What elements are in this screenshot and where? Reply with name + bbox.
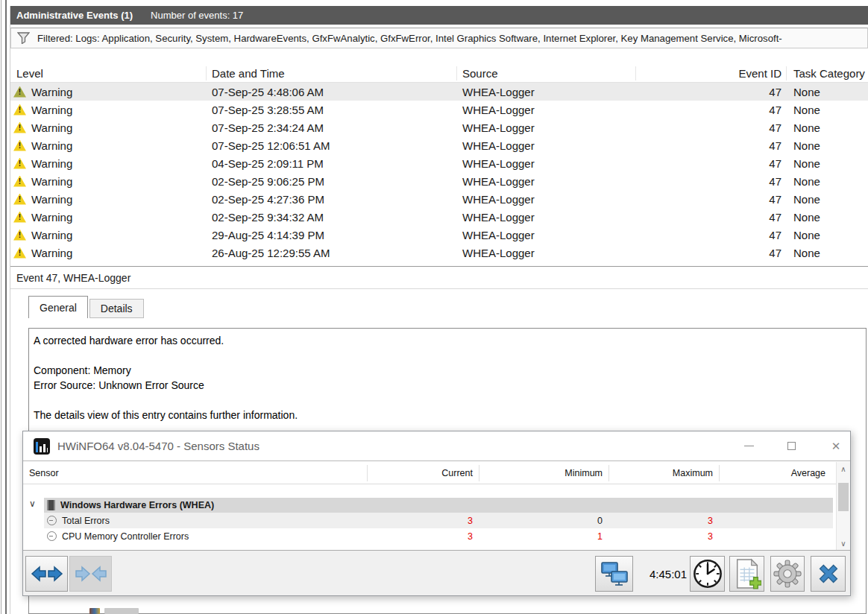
sensor-average xyxy=(719,528,831,544)
tab-general[interactable]: General xyxy=(28,296,88,318)
event-datetime: 07-Sep-25 4:48:06 AM xyxy=(206,86,456,98)
event-task-category: None xyxy=(784,104,868,116)
vertical-scrollbar[interactable]: ∧ ∨ xyxy=(836,462,850,550)
tab-details[interactable]: Details xyxy=(89,299,144,318)
minimize-button[interactable] xyxy=(736,431,761,460)
expand-all-button[interactable] xyxy=(25,556,68,592)
filter-bar: Filtered: Logs: Application, Security, S… xyxy=(10,28,868,48)
report-button[interactable] xyxy=(729,556,764,592)
event-source: WHEA-Logger xyxy=(456,247,623,259)
event-level: Warning xyxy=(31,86,72,98)
sensor-group-row[interactable]: ∨ Windows Hardware Errors (WHEA) xyxy=(23,498,836,513)
close-button[interactable]: ✕ xyxy=(823,431,849,460)
hwinfo-app-icon xyxy=(34,438,50,455)
event-source: WHEA-Logger xyxy=(456,175,623,188)
column-header-sensor[interactable]: Sensor xyxy=(29,462,59,484)
event-level: Warning xyxy=(31,139,72,152)
maximize-button[interactable] xyxy=(779,431,804,460)
column-header-average[interactable]: Average xyxy=(719,462,831,484)
sensor-row[interactable]: CPU Memory Controller Errors 3 1 3 xyxy=(23,528,836,544)
event-row[interactable]: Warning 26-Aug-25 12:29:55 AM WHEA-Logge… xyxy=(10,244,868,262)
event-task-category: None xyxy=(784,229,868,241)
tab-general-label: General xyxy=(40,302,77,314)
event-level: Warning xyxy=(31,211,72,224)
event-datetime: 04-Sep-25 2:09:11 PM xyxy=(206,157,456,170)
uptime-clock-value: 4:45:01 xyxy=(638,556,687,592)
column-header-task-category[interactable]: Task Category xyxy=(784,67,868,80)
chevron-down-icon[interactable]: ∨ xyxy=(29,499,36,509)
hwinfo-window-title: HWiNFO64 v8.04-5470 - Sensors Status xyxy=(57,440,260,452)
event-source: WHEA-Logger xyxy=(456,157,623,170)
expand-arrows-icon xyxy=(30,563,64,585)
column-header-event-id[interactable]: Event ID xyxy=(623,67,784,80)
warning-icon xyxy=(13,194,26,205)
tab-details-label: Details xyxy=(101,303,133,314)
event-source: WHEA-Logger xyxy=(456,86,623,98)
event-row[interactable]: Warning 07-Sep-25 2:34:24 AM WHEA-Logger… xyxy=(10,118,868,136)
column-header-level[interactable]: Level xyxy=(10,67,206,80)
event-row[interactable]: Warning 02-Sep-25 9:06:25 PM WHEA-Logger… xyxy=(10,172,868,190)
report-add-icon xyxy=(733,558,761,589)
sensor-gauge-icon xyxy=(47,516,57,525)
event-task-category: None xyxy=(784,175,868,188)
event-id: 47 xyxy=(623,157,784,170)
hwinfo-title-bar[interactable]: HWiNFO64 v8.04-5470 - Sensors Status ✕ xyxy=(23,431,850,461)
event-datetime: 02-Sep-25 4:27:36 PM xyxy=(206,193,456,206)
column-separator[interactable] xyxy=(456,66,457,80)
column-header-minimum[interactable]: Minimum xyxy=(479,462,608,484)
events-count: Number of events: 17 xyxy=(151,10,243,21)
event-level: Warning xyxy=(31,247,72,259)
event-source: WHEA-Logger xyxy=(456,121,623,134)
sensor-list: ∨ Windows Hardware Errors (WHEA) Total E… xyxy=(23,484,836,544)
column-separator[interactable] xyxy=(786,66,787,80)
column-separator[interactable] xyxy=(635,66,636,80)
scroll-up-icon[interactable]: ∧ xyxy=(837,462,850,475)
column-header-current[interactable]: Current xyxy=(367,462,479,484)
scroll-down-icon[interactable]: ∨ xyxy=(837,537,850,550)
remote-sensors-button[interactable] xyxy=(595,556,633,592)
column-separator[interactable] xyxy=(206,66,207,80)
event-task-category: None xyxy=(784,86,868,98)
event-id: 47 xyxy=(623,121,784,134)
event-level: Warning xyxy=(31,157,72,170)
column-header-datetime[interactable]: Date and Time xyxy=(206,67,456,80)
gear-icon xyxy=(773,560,802,588)
detail-tabs: General Details xyxy=(28,296,144,318)
event-id: 47 xyxy=(623,193,784,206)
event-row[interactable]: Warning 07-Sep-25 12:06:51 AM WHEA-Logge… xyxy=(10,136,868,154)
pane-divider-line xyxy=(1,0,1,614)
warning-icon xyxy=(13,212,26,223)
event-level: Warning xyxy=(31,229,72,241)
event-id: 47 xyxy=(623,247,784,259)
event-source: WHEA-Logger xyxy=(456,104,623,116)
column-header-maximum[interactable]: Maximum xyxy=(608,462,719,484)
scrollbar-thumb[interactable] xyxy=(838,483,849,511)
collapse-all-button[interactable] xyxy=(69,556,112,592)
event-datetime: 26-Aug-25 12:29:55 AM xyxy=(206,247,456,259)
event-row[interactable]: Warning 02-Sep-25 4:27:36 PM WHEA-Logger… xyxy=(10,190,868,208)
event-datetime: 07-Sep-25 2:34:24 AM xyxy=(206,121,456,134)
event-row[interactable]: Warning 04-Sep-25 2:09:11 PM WHEA-Logger… xyxy=(10,154,868,172)
event-row[interactable]: Warning 02-Sep-25 9:34:32 AM WHEA-Logger… xyxy=(10,208,868,226)
column-header-source[interactable]: Source xyxy=(456,67,623,80)
event-task-category: None xyxy=(784,211,868,224)
event-level: Warning xyxy=(31,175,72,188)
event-row[interactable]: Warning 07-Sep-25 3:28:55 AM WHEA-Logger… xyxy=(10,101,868,118)
settings-button[interactable] xyxy=(770,556,805,592)
sensor-current: 3 xyxy=(367,513,479,528)
event-datetime: 07-Sep-25 3:28:55 AM xyxy=(206,104,456,116)
event-row[interactable]: Warning 29-Aug-25 4:14:39 PM WHEA-Logger… xyxy=(10,226,868,244)
exit-button[interactable] xyxy=(811,556,846,592)
event-id: 47 xyxy=(623,86,784,98)
event-source: WHEA-Logger xyxy=(456,139,623,152)
sensor-table-header: Sensor Current Minimum Maximum Average xyxy=(23,462,850,484)
event-row[interactable]: Warning 07-Sep-25 4:48:06 AM WHEA-Logger… xyxy=(10,83,868,101)
sensor-row[interactable]: Total Errors 3 0 3 xyxy=(23,513,836,528)
clock-button[interactable] xyxy=(690,556,725,592)
event-task-category: None xyxy=(784,193,868,206)
network-monitors-icon xyxy=(600,559,629,589)
event-viewer-header-bar: Administrative Events (1) Number of even… xyxy=(10,6,868,25)
filter-funnel-icon xyxy=(17,32,30,44)
pane-divider[interactable] xyxy=(5,0,7,614)
collapse-arrows-icon xyxy=(74,563,108,585)
